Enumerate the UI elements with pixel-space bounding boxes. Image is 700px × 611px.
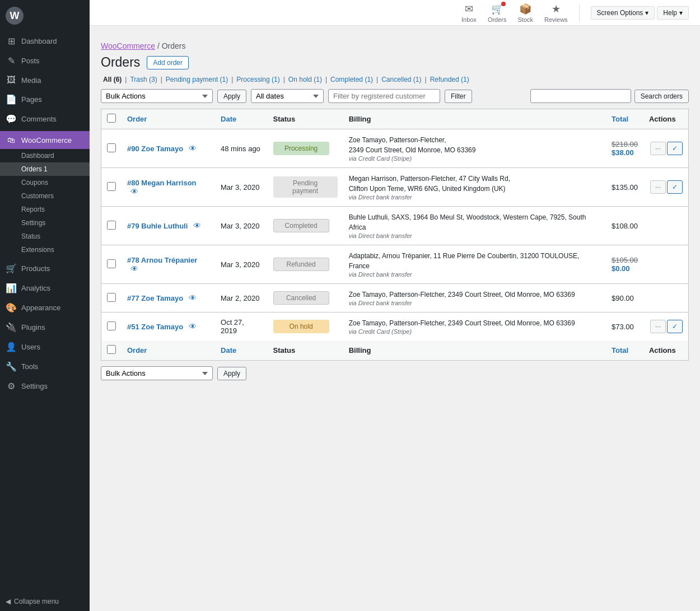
search-input[interactable] bbox=[530, 89, 631, 103]
collapse-menu[interactable]: ◀ Collapse menu bbox=[0, 592, 90, 611]
complete-action-button-90[interactable]: ✓ bbox=[667, 142, 683, 155]
view-order-icon-90[interactable]: 👁 bbox=[189, 144, 197, 153]
main-content: ✉ Inbox 🛒 Orders 📦 Stock ★ Reviews Scree… bbox=[90, 0, 700, 611]
status-column-header: Status bbox=[268, 109, 343, 129]
filter-tab-onhold[interactable]: On hold (1) bbox=[286, 76, 324, 83]
row-checkbox-80[interactable] bbox=[107, 182, 116, 191]
view-order-icon-80[interactable]: 👁 bbox=[130, 187, 138, 196]
sidebar-logo[interactable]: W bbox=[0, 0, 90, 31]
more-actions-button-51[interactable]: ··· bbox=[650, 320, 666, 333]
select-all-checkbox[interactable] bbox=[107, 114, 116, 123]
topbar-stock-label: Stock bbox=[518, 16, 534, 23]
filter-tab-completed[interactable]: Completed (1) bbox=[328, 76, 375, 83]
table-footer-row: Order Date Status Billing Total Actions bbox=[101, 341, 689, 361]
order-footer-header[interactable]: Order bbox=[122, 341, 215, 361]
filter-button[interactable]: Filter bbox=[445, 90, 472, 103]
sidebar-sub-woo-dashboard[interactable]: Dashboard bbox=[0, 149, 90, 162]
view-order-icon-51[interactable]: 👁 bbox=[189, 322, 197, 331]
topbar-orders[interactable]: 🛒 Orders bbox=[488, 3, 507, 23]
order-link-80[interactable]: #80 Megan Harrison bbox=[127, 179, 197, 187]
sidebar-sub-woo-reports[interactable]: Reports bbox=[0, 203, 90, 216]
sidebar-item-posts[interactable]: ✎ Posts bbox=[0, 51, 90, 71]
sidebar-sub-woo-coupons[interactable]: Coupons bbox=[0, 176, 90, 189]
table-row: #80 Megan Harrison 👁Mar 3, 2020Pending p… bbox=[101, 168, 689, 207]
order-link-77[interactable]: #77 Zoe Tamayo bbox=[127, 294, 183, 302]
complete-action-button-80[interactable]: ✓ bbox=[667, 180, 683, 194]
sidebar-item-comments[interactable]: 💬 Comments bbox=[0, 109, 90, 129]
sidebar-item-plugins[interactable]: 🔌 Plugins bbox=[0, 318, 90, 337]
sidebar-item-woocommerce[interactable]: 🛍 WooCommerce bbox=[0, 131, 90, 149]
content-area: WooCommerce / Orders Orders Add order Al… bbox=[90, 26, 700, 611]
order-link-79[interactable]: #79 Buhle Luthuli bbox=[127, 222, 188, 230]
sidebar-item-label: Analytics bbox=[21, 284, 50, 292]
table-row: #51 Zoe Tamayo 👁Oct 27, 2019On holdZoe T… bbox=[101, 313, 689, 341]
filter-tab-trash[interactable]: Trash (3) bbox=[128, 76, 159, 83]
topbar-stock[interactable]: 📦 Stock bbox=[518, 3, 534, 23]
sidebar-item-dashboard[interactable]: ⊞ Dashboard bbox=[0, 31, 90, 51]
page-title: Orders bbox=[101, 55, 140, 70]
view-order-icon-78[interactable]: 👁 bbox=[130, 264, 138, 273]
search-orders-button[interactable]: Search orders bbox=[634, 90, 689, 103]
sidebar-item-label: WooCommerce bbox=[21, 136, 72, 144]
row-checkbox-78[interactable] bbox=[107, 259, 116, 268]
apply-button-bottom[interactable]: Apply bbox=[217, 367, 246, 380]
sidebar-item-media[interactable]: 🖼 Media bbox=[0, 71, 90, 90]
sidebar-sub-woo-extensions[interactable]: Extensions bbox=[0, 243, 90, 256]
screen-options-button[interactable]: Screen Options ▾ bbox=[591, 6, 655, 20]
sidebar-sub-woo-orders[interactable]: Orders 1 bbox=[0, 162, 90, 176]
date-column-header[interactable]: Date bbox=[215, 109, 268, 129]
billing-80: Megan Harrison, Patterson-Fletcher, 47 C… bbox=[343, 168, 606, 207]
sidebar-sub-woo-customers[interactable]: Customers bbox=[0, 189, 90, 203]
view-order-icon-79[interactable]: 👁 bbox=[193, 221, 201, 230]
apply-button-top[interactable]: Apply bbox=[217, 90, 246, 103]
topbar-reviews[interactable]: ★ Reviews bbox=[544, 3, 568, 23]
topbar-right: Screen Options ▾ Help ▾ bbox=[591, 6, 689, 20]
bulk-actions-select[interactable]: Bulk Actions Mark processing Mark on-hol… bbox=[101, 89, 213, 103]
bulk-actions-select-bottom[interactable]: Bulk Actions Mark processing Mark on-hol… bbox=[101, 366, 213, 380]
sidebar-item-analytics[interactable]: 📊 Analytics bbox=[0, 278, 90, 298]
customer-filter-input[interactable] bbox=[328, 89, 440, 103]
sidebar-sub-woo-status[interactable]: Status bbox=[0, 230, 90, 243]
total-column-header[interactable]: Total bbox=[606, 109, 643, 129]
sidebar-item-users[interactable]: 👤 Users bbox=[0, 337, 90, 357]
topbar-orders-icon: 🛒 bbox=[491, 3, 503, 15]
billing-column-header: Billing bbox=[343, 109, 606, 129]
select-all-footer-checkbox[interactable] bbox=[107, 345, 116, 354]
total-footer-header[interactable]: Total bbox=[606, 341, 643, 361]
row-checkbox-51[interactable] bbox=[107, 321, 116, 330]
topbar-divider bbox=[579, 4, 580, 21]
sidebar-item-tools[interactable]: 🔧 Tools bbox=[0, 357, 90, 376]
status-badge-79: Completed bbox=[273, 219, 329, 232]
date-footer-header[interactable]: Date bbox=[215, 341, 268, 361]
complete-action-button-51[interactable]: ✓ bbox=[667, 320, 683, 333]
sidebar-item-products[interactable]: 🛒 Products bbox=[0, 259, 90, 278]
view-order-icon-77[interactable]: 👁 bbox=[189, 293, 197, 302]
sidebar-item-pages[interactable]: 📄 Pages bbox=[0, 90, 90, 109]
order-column-header[interactable]: Order bbox=[122, 109, 215, 129]
sidebar-sub-woo-settings[interactable]: Settings bbox=[0, 216, 90, 230]
add-order-button[interactable]: Add order bbox=[147, 56, 189, 69]
filter-tab-all[interactable]: All (6) bbox=[101, 76, 124, 83]
row-checkbox-90[interactable] bbox=[107, 143, 116, 152]
order-link-51[interactable]: #51 Zoe Tamayo bbox=[127, 323, 183, 331]
row-checkbox-77[interactable] bbox=[107, 293, 116, 302]
more-actions-button-80[interactable]: ··· bbox=[650, 180, 666, 194]
sidebar-item-appearance[interactable]: 🎨 Appearance bbox=[0, 298, 90, 318]
more-actions-button-90[interactable]: ··· bbox=[650, 142, 666, 155]
actions-column-header: Actions bbox=[643, 109, 689, 129]
order-link-78[interactable]: #78 Arnou Trépanier bbox=[127, 256, 197, 264]
row-checkbox-79[interactable] bbox=[107, 221, 116, 230]
breadcrumb-woocommerce-link[interactable]: WooCommerce bbox=[101, 41, 155, 50]
billing-51: Zoe Tamayo, Patterson-Fletcher, 2349 Cou… bbox=[343, 313, 606, 341]
sidebar-item-settings[interactable]: ⚙ Settings bbox=[0, 376, 90, 396]
filter-tab-refunded[interactable]: Refunded (1) bbox=[428, 76, 472, 83]
order-link-90[interactable]: #90 Zoe Tamayo bbox=[127, 144, 183, 153]
filter-tab-processing[interactable]: Processing (1) bbox=[234, 76, 282, 83]
filter-tab-cancelled[interactable]: Cancelled (1) bbox=[379, 76, 423, 83]
date-filter-select[interactable]: All dates January 2020 March 2020 Octobe… bbox=[251, 89, 324, 103]
order-date-80: Mar 3, 2020 bbox=[215, 168, 268, 207]
bottom-toolbar: Bulk Actions Mark processing Mark on-hol… bbox=[101, 366, 689, 380]
topbar-inbox[interactable]: ✉ Inbox bbox=[461, 3, 477, 23]
help-button[interactable]: Help ▾ bbox=[657, 6, 689, 20]
filter-tab-pending[interactable]: Pending payment (1) bbox=[164, 76, 230, 83]
